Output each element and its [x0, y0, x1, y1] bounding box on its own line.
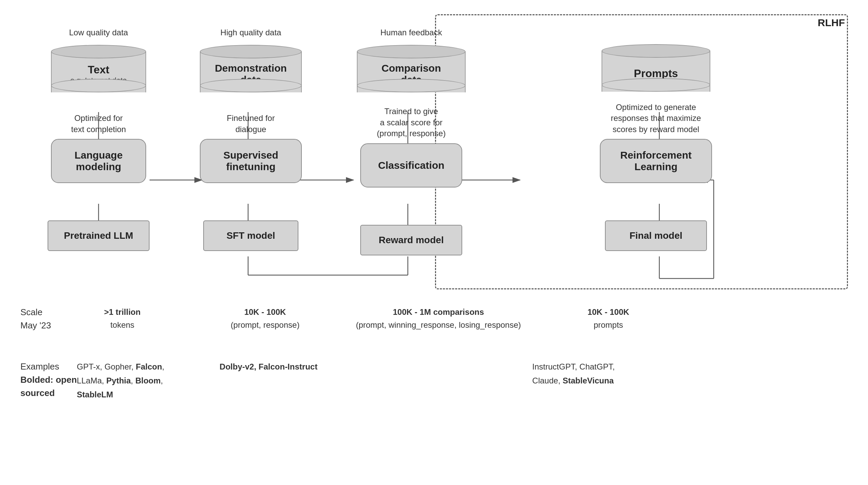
- col2-label-above: High quality data: [190, 27, 312, 38]
- col3-label-above: Human feedback: [347, 27, 476, 38]
- col1-cylinder: Text e.g. Internet data: [51, 45, 146, 92]
- col3-process-box: Classification: [360, 143, 462, 187]
- examples-col4: InstructGPT, ChatGPT,Claude, StableVicun…: [532, 360, 668, 388]
- col1-output-box: Pretrained LLM: [48, 220, 150, 251]
- col2-process-box: Supervisedfinetuning: [200, 139, 302, 183]
- scale-col2: 10K - 100K(prompt, response): [211, 306, 319, 332]
- col4-label-above: [588, 27, 724, 37]
- col4-cylinder: Prompts: [602, 44, 710, 92]
- col4-cylinder-title: Prompts: [634, 67, 678, 80]
- col3-arrow-label: Trained to givea scalar score for(prompt…: [364, 106, 459, 139]
- col3-output-box: Reward model: [360, 225, 462, 255]
- rlhf-label: RLHF: [818, 17, 845, 29]
- col2-cylinder: Demonstrationdata: [200, 45, 302, 92]
- col2-output-box: SFT model: [203, 220, 298, 251]
- diagram-container: RLHF: [0, 0, 868, 485]
- scale-label: ScaleMay '23: [20, 306, 68, 332]
- col1-process-box: Languagemodeling: [51, 139, 146, 183]
- examples-section: ExamplesBolded: opensourced GPT-x, Gophe…: [20, 360, 848, 401]
- col2-arrow-label: Finetuned fordialogue: [213, 113, 288, 135]
- scale-section: ScaleMay '23 >1 trilliontokens 10K - 100…: [20, 306, 848, 332]
- examples-col2: Dolby-v2, Falcon-Instruct: [220, 360, 328, 374]
- col3-cylinder: Comparisondata: [357, 45, 466, 92]
- column-1: Low quality data Text e.g. Internet data…: [41, 27, 156, 251]
- column-4: Prompts Optimized to generateresponses t…: [588, 27, 724, 251]
- scale-col4: 10K - 100Kprompts: [557, 306, 659, 332]
- column-2: High quality data Demonstrationdata Fine…: [190, 27, 312, 251]
- examples-label: ExamplesBolded: opensourced: [20, 360, 77, 400]
- column-3: Human feedback Comparisondata Trained to…: [347, 27, 476, 255]
- col4-process-box: ReinforcementLearning: [600, 139, 712, 183]
- col4-output-box: Final model: [605, 220, 707, 251]
- examples-col1: GPT-x, Gopher, Falcon,LLaMa, Pythia, Blo…: [77, 360, 186, 401]
- col1-cylinder-title: Text: [88, 64, 109, 76]
- col1-arrow-label: Optimized fortext completion: [65, 113, 133, 135]
- col1-label-above: Low quality data: [41, 27, 156, 38]
- scale-col3: 100K - 1M comparisons(prompt, winning_re…: [353, 306, 523, 332]
- scale-col1: >1 trilliontokens: [68, 306, 177, 332]
- col4-arrow-label: Optimized to generateresponses that maxi…: [602, 102, 710, 135]
